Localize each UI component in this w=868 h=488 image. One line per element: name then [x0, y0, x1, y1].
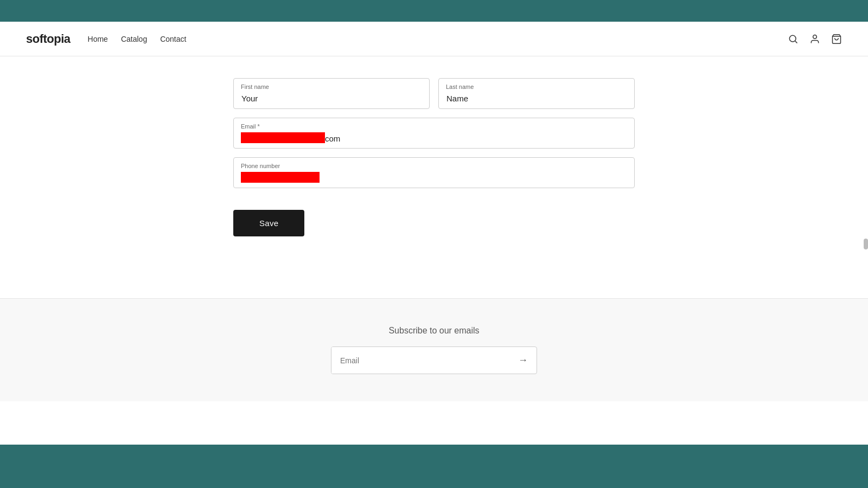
header: softopia Home Catalog Contact: [0, 22, 868, 56]
email-field: Email * com: [233, 118, 635, 149]
scrollbar-indicator[interactable]: [864, 239, 868, 249]
nav-home[interactable]: Home: [88, 35, 108, 43]
main-content: First name Last name Email * com Phone n…: [0, 56, 868, 298]
last-name-field: Last name: [438, 78, 635, 109]
logo[interactable]: softopia: [26, 32, 71, 46]
phone-field: Phone number: [233, 157, 635, 188]
svg-line-1: [795, 41, 797, 43]
subscribe-section: Subscribe to our emails →: [0, 299, 868, 401]
cart-icon[interactable]: [831, 34, 842, 44]
subscribe-title: Subscribe to our emails: [11, 326, 857, 336]
email-input[interactable]: [233, 118, 635, 149]
phone-input[interactable]: [233, 157, 635, 188]
subscribe-submit-button[interactable]: →: [509, 347, 537, 374]
header-right: [788, 34, 842, 44]
svg-point-0: [789, 35, 796, 42]
form-container: First name Last name Email * com Phone n…: [222, 78, 646, 236]
last-name-input[interactable]: [438, 78, 635, 109]
subscribe-form: →: [331, 346, 537, 374]
nav-contact[interactable]: Contact: [160, 35, 186, 43]
save-button[interactable]: Save: [233, 210, 304, 236]
arrow-right-icon: →: [518, 355, 528, 366]
first-name-field: First name: [233, 78, 430, 109]
login-icon[interactable]: [809, 34, 820, 44]
first-name-input[interactable]: [233, 78, 430, 109]
main-nav: Home Catalog Contact: [88, 35, 187, 43]
subscribe-email-input[interactable]: [331, 347, 509, 374]
svg-point-2: [813, 35, 817, 38]
header-left: softopia Home Catalog Contact: [26, 32, 186, 46]
nav-catalog[interactable]: Catalog: [121, 35, 147, 43]
footer-gap: [0, 401, 868, 445]
search-icon[interactable]: [788, 34, 799, 44]
top-banner: [0, 0, 868, 22]
bottom-banner: [0, 445, 868, 488]
name-row: First name Last name: [233, 78, 635, 109]
